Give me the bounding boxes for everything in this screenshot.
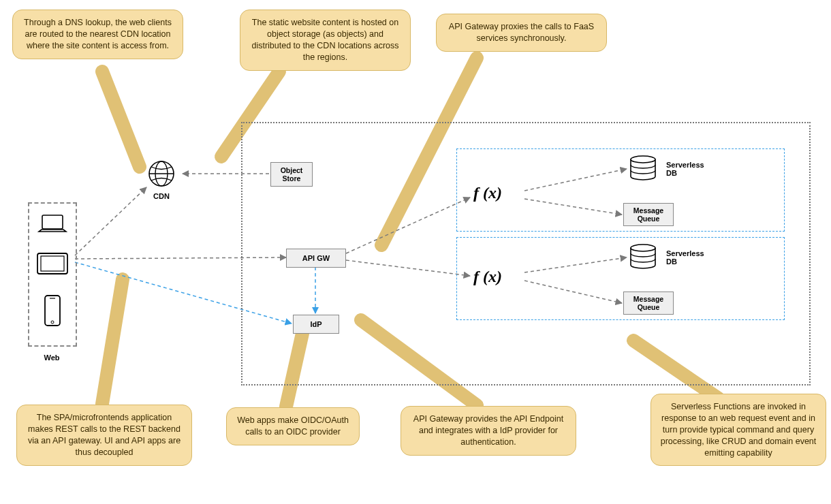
api-gw-node: API GW bbox=[286, 249, 346, 268]
db-label-2: Serverless DB bbox=[666, 249, 721, 266]
laptop-icon bbox=[37, 213, 67, 236]
tablet-icon bbox=[35, 251, 69, 277]
callout-spa: The SPA/microfrontends application makes… bbox=[16, 405, 192, 466]
cdn-label: CDN bbox=[151, 192, 172, 200]
svg-point-21 bbox=[631, 245, 655, 251]
mq-node-2: Message Queue bbox=[623, 292, 674, 315]
devices-group bbox=[28, 202, 77, 347]
db-icon-1 bbox=[628, 155, 658, 182]
svg-point-20 bbox=[631, 156, 655, 163]
phone-icon bbox=[43, 294, 62, 328]
svg-rect-13 bbox=[41, 256, 64, 271]
svg-line-0 bbox=[75, 187, 146, 255]
cdn-icon bbox=[147, 159, 176, 188]
fx-1: f (x) bbox=[473, 184, 502, 202]
service-group-1 bbox=[456, 148, 785, 232]
callout-api-gw-idp: API Gateway provides the API Endpoint an… bbox=[401, 406, 576, 456]
callout-serverless: Serverless Functions are invoked in resp… bbox=[650, 394, 826, 466]
svg-point-15 bbox=[51, 321, 54, 324]
db-label-1: Serverless DB bbox=[666, 161, 721, 177]
service-group-2 bbox=[456, 237, 785, 320]
object-store-node: Object Store bbox=[270, 162, 313, 187]
web-label: Web bbox=[42, 353, 62, 362]
callout-oidc: Web apps make OIDC/OAuth calls to an OID… bbox=[226, 407, 360, 445]
mq-node-1: Message Queue bbox=[623, 203, 674, 226]
db-icon-2 bbox=[628, 243, 658, 270]
idp-node: IdP bbox=[293, 315, 339, 334]
svg-rect-11 bbox=[42, 215, 63, 229]
callout-object-store: The static website content is hosted on … bbox=[240, 10, 411, 71]
fx-2: f (x) bbox=[473, 268, 502, 286]
callout-dns: Through a DNS lookup, the web clients ar… bbox=[12, 10, 183, 59]
callout-api-gw-proxy: API Gateway proxies the calls to FaaS se… bbox=[436, 14, 607, 52]
